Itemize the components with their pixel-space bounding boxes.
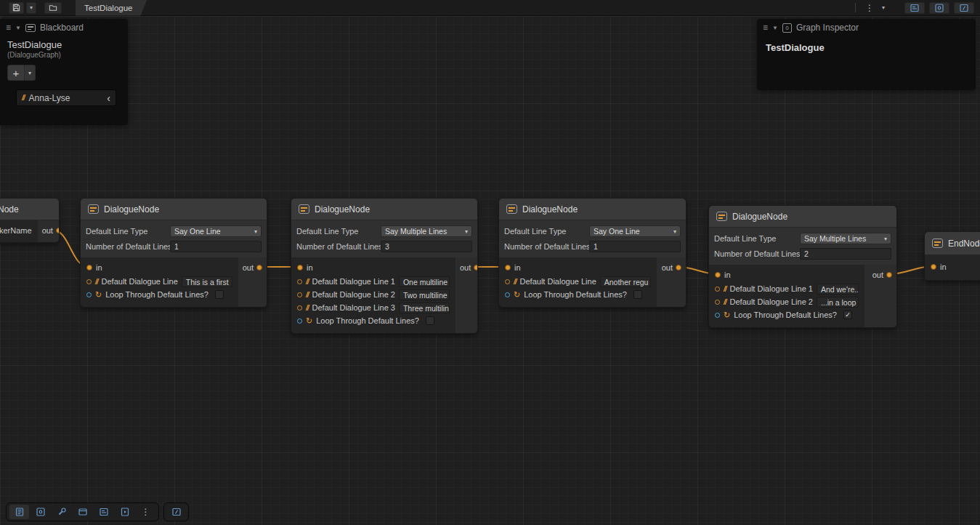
in-port[interactable] — [297, 265, 303, 270]
node-title-bar[interactable]: DialogueNode — [499, 199, 686, 220]
add-property-button[interactable]: + — [7, 65, 25, 81]
overlay-menu-icon[interactable]: ≡ — [763, 23, 768, 33]
out-port[interactable] — [56, 228, 60, 233]
code-panel-icon — [959, 3, 969, 13]
graph-tab[interactable]: TestDialogue — [76, 0, 147, 16]
blackboard-overlay-button[interactable] — [94, 505, 113, 519]
dialogue-line-input[interactable]: One multiline — [399, 276, 450, 287]
dialogue-line-input[interactable]: This is a first — [182, 276, 232, 287]
graph-type: (DialogueGraph) — [7, 51, 121, 59]
line-type-label: Default Line Type — [714, 234, 800, 243]
node-title: DialogueNode — [104, 204, 159, 215]
inspector-icon: 0 — [782, 23, 792, 33]
loop-checkbox[interactable] — [215, 290, 224, 299]
overflow-dropdown-button[interactable]: ▾ — [879, 2, 888, 14]
dialogue-node-2[interactable]: DialogueNode Default Line Type Say Multi… — [291, 198, 478, 334]
loop-icon: ↻ — [95, 291, 102, 299]
inspector-overlay-button[interactable] — [31, 505, 50, 519]
toggle-preview-button[interactable] — [954, 2, 974, 14]
quote-icon: // — [514, 278, 517, 286]
dialogue-line-input[interactable]: Another regu — [600, 276, 651, 287]
kebab-icon: ⋮ — [142, 507, 150, 517]
window-overlay-button[interactable] — [73, 505, 92, 519]
line-port[interactable] — [297, 279, 302, 284]
inspector-icon — [36, 507, 46, 517]
overlay-menu-icon[interactable]: ≡ — [6, 23, 11, 33]
start-node[interactable]: Node kerName out — [0, 198, 60, 243]
dialogue-line-input[interactable]: ...in a loop — [817, 297, 859, 308]
dialogue-node-1[interactable]: DialogueNode Default Line Type Say One L… — [80, 198, 267, 308]
dropdown-value: Say Multiple Lines — [385, 227, 463, 236]
save-button[interactable] — [9, 2, 24, 14]
out-port[interactable] — [256, 265, 262, 270]
show-in-project-button[interactable] — [44, 2, 62, 14]
port-label: in — [940, 262, 947, 271]
line-type-label: Default Line Type — [296, 227, 381, 236]
overflow-menu-button[interactable]: ⋮ — [862, 2, 877, 14]
line-type-dropdown[interactable]: Say One Line ▾ — [589, 225, 681, 237]
overlay-kebab-button[interactable]: ⋮ — [136, 505, 155, 519]
dialogue-node-3[interactable]: DialogueNode Default Line Type Say One L… — [498, 198, 687, 308]
toggle-blackboard-button[interactable] — [904, 2, 925, 14]
add-property-dropdown[interactable]: ▾ — [25, 65, 36, 81]
out-port[interactable] — [676, 265, 681, 270]
save-dropdown-button[interactable]: ▾ — [26, 2, 36, 14]
collapse-icon[interactable]: ▼ — [15, 25, 21, 31]
line-type-dropdown[interactable]: Say Multiple Lines ▾ — [381, 225, 472, 237]
dialogue-node-icon — [299, 204, 309, 214]
quote-icon: // — [95, 278, 98, 286]
tab-label: TestDialogue — [84, 4, 132, 12]
loop-port[interactable] — [297, 318, 302, 324]
quote-icon: // — [22, 94, 25, 102]
loop-checkbox[interactable]: ✓ — [843, 310, 852, 319]
node-title-bar[interactable]: EndNode — [925, 232, 980, 255]
in-port[interactable] — [505, 265, 511, 270]
port-label: out — [460, 263, 471, 272]
toggle-inspector-button[interactable] — [929, 2, 949, 14]
count-input[interactable]: 2 — [800, 248, 891, 260]
out-port[interactable] — [474, 265, 478, 270]
count-input[interactable]: 1 — [589, 241, 681, 252]
collapse-icon[interactable]: ▼ — [772, 25, 778, 31]
dialogue-line-input[interactable]: Two multiline — [399, 289, 450, 300]
line-port[interactable] — [715, 286, 720, 292]
line-type-dropdown[interactable]: Say One Line ▾ — [170, 225, 262, 237]
out-port[interactable] — [886, 272, 892, 278]
loop-port[interactable] — [86, 292, 92, 297]
end-node-icon — [932, 239, 943, 248]
dialogue-node-4[interactable]: DialogueNode Default Line Type Say Multi… — [708, 205, 897, 328]
inspector-icon — [934, 3, 944, 13]
in-port[interactable] — [86, 265, 92, 270]
line-port[interactable] — [297, 305, 302, 310]
line-port[interactable] — [715, 300, 720, 305]
end-node[interactable]: EndNode in — [924, 231, 980, 281]
code-overlay-button[interactable] — [166, 505, 186, 519]
loop-checkbox[interactable] — [426, 316, 434, 325]
count-input[interactable]: 1 — [170, 241, 262, 252]
count-input[interactable]: 3 — [381, 241, 472, 252]
line-port[interactable] — [297, 292, 302, 297]
field-expander-icon[interactable]: ‹ — [107, 93, 110, 103]
node-title-bar[interactable]: DialogueNode — [709, 206, 896, 228]
node-title-bar[interactable]: DialogueNode — [81, 199, 267, 220]
dropdown-arrow-icon: ▾ — [465, 228, 468, 235]
line-port[interactable] — [505, 279, 510, 284]
tools-overlay-button[interactable] — [52, 505, 71, 519]
in-port[interactable] — [931, 264, 936, 270]
panels-menu-button[interactable] — [9, 505, 29, 519]
line-port[interactable] — [86, 279, 92, 284]
loop-checkbox[interactable] — [633, 290, 642, 299]
in-port[interactable] — [715, 272, 721, 278]
blackboard-header[interactable]: ≡ ▼ Blackboard — [0, 19, 128, 36]
loop-port[interactable] — [715, 313, 720, 318]
line-type-dropdown[interactable]: Say Multiple Lines ▾ — [800, 233, 891, 244]
loop-port[interactable] — [505, 292, 510, 297]
inspector-header[interactable]: ≡ ▼ 0 Graph Inspector — [757, 19, 976, 36]
node-title-bar[interactable]: Node — [0, 199, 59, 220]
caret-down-icon: ▾ — [30, 4, 33, 11]
dialogue-line-input[interactable]: And we're... — [817, 284, 859, 294]
dialogue-line-input[interactable]: Three multiline — [399, 302, 450, 313]
node-title-bar[interactable]: DialogueNode — [291, 199, 477, 220]
preview-overlay-button[interactable] — [115, 505, 134, 519]
blackboard-field[interactable]: // Anna-Lyse ‹ — [16, 89, 116, 106]
